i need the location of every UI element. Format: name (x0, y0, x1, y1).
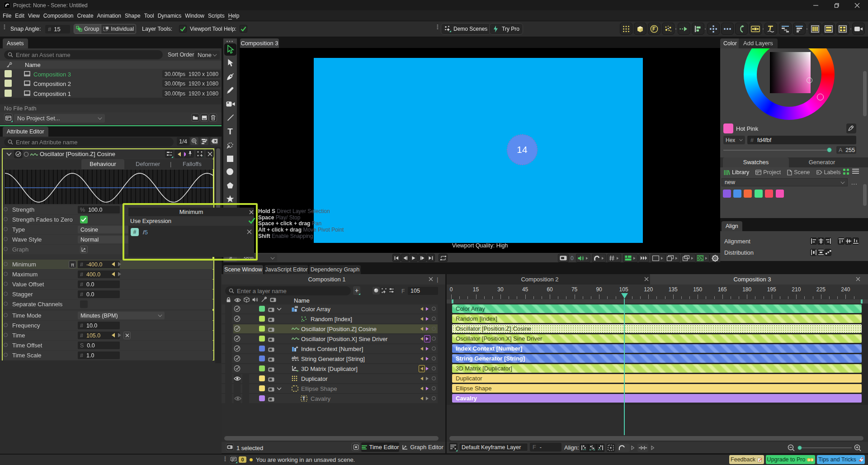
svg-text:T: T (302, 396, 305, 401)
svg-text:abc: abc (292, 356, 299, 360)
